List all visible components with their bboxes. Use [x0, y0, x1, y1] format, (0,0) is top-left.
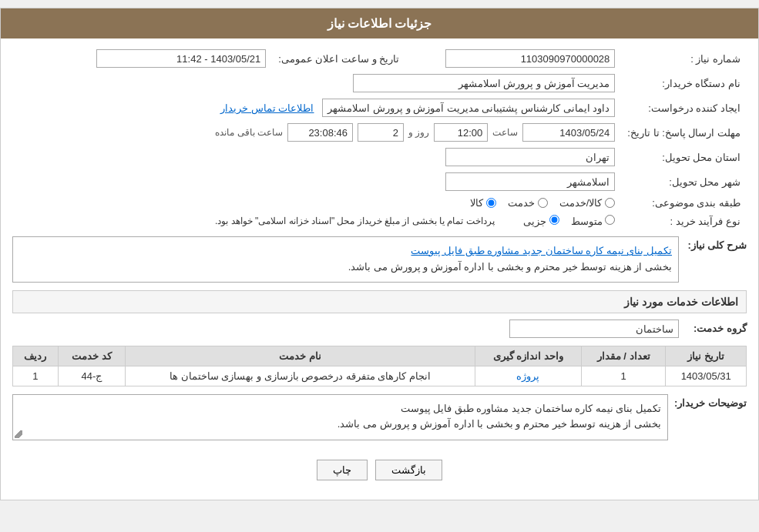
creator-contact-link[interactable]: اطلاعات تماس خریدار — [220, 102, 314, 114]
category-goods-option[interactable]: کالا — [470, 197, 496, 209]
deadline-label: مهلت ارسال پاسخ: تا تاریخ: — [621, 120, 747, 145]
process-medium-option[interactable]: متوسط — [571, 215, 616, 227]
need-desc-line2: بخشی از هزینه توسط خیر محترم و بخشی با ا… — [19, 259, 672, 276]
deadline-remaining: 23:08:46 — [287, 123, 353, 142]
cell-unit: پروژه — [475, 366, 581, 386]
city-label: شهر محل تحویل: — [621, 169, 747, 194]
print-button[interactable]: چاپ — [317, 460, 368, 480]
need-desc-link[interactable]: تکمیل بنای نیمه کاره ساختمان جدید مشاوره… — [411, 245, 672, 256]
buyer-org-label: نام دستگاه خریدار: — [621, 71, 747, 95]
deadline-days: 2 — [358, 123, 404, 142]
back-button[interactable]: بازگشت — [375, 460, 442, 480]
services-table: تاریخ نیاز تعداد / مقدار واحد اندازه گیر… — [12, 346, 747, 386]
table-row: 1403/05/31 1 پروژه انجام کارهای متفرقه د… — [13, 366, 747, 386]
category-label: طبقه بندی موضوعی: — [621, 194, 747, 212]
announce-label: تاریخ و ساعت اعلان عمومی: — [272, 46, 405, 71]
need-desc-label: شرح کلی نیاز: — [685, 236, 747, 251]
page-title: جزئیات اطلاعات نیاز — [1, 8, 758, 38]
col-quantity: تعداد / مقدار — [581, 346, 665, 366]
cell-quantity: 1 — [581, 366, 665, 386]
province-value: تهران — [445, 148, 615, 166]
cell-need-date: 1403/05/31 — [666, 366, 747, 386]
category-service-option[interactable]: خدمت — [508, 197, 548, 209]
buyer-org-value: مدیریت آموزش و پرورش اسلامشهر — [353, 74, 615, 92]
process-type-label: نوع فرآیند خرید : — [621, 212, 747, 230]
buyer-desc-label: توضیحات خریدار: — [674, 394, 747, 409]
col-service-code: کد خدمت — [58, 346, 125, 366]
city-value: اسلامشهر — [445, 172, 615, 191]
deadline-time-label: ساعت — [492, 127, 518, 138]
col-service-name: نام خدمت — [126, 346, 475, 366]
creator-label: ایجاد کننده درخواست: — [621, 95, 747, 120]
deadline-remaining-label: ساعت باقی مانده — [215, 127, 283, 138]
buyer-desc-line2: بخشی از هزینه توسط خیر محترم و بخشی با ا… — [19, 417, 661, 433]
need-desc-line1: تکمیل بنای نیمه کاره ساختمان جدید مشاوره… — [19, 243, 672, 259]
category-goods-service-option[interactable]: کالا/خدمت — [559, 197, 616, 209]
need-number-label: شماره نیاز : — [621, 46, 747, 71]
deadline-date: 1403/05/24 — [522, 123, 615, 142]
cell-service-name: انجام کارهای متفرقه درخصوص بازسازی و بهس… — [126, 366, 475, 386]
group-service-value: ساختمان — [509, 320, 679, 338]
col-row-num: ردیف — [13, 346, 59, 366]
deadline-time: 12:00 — [434, 123, 488, 142]
cell-service-code: ج-44 — [58, 366, 125, 386]
bottom-buttons: بازگشت چاپ — [12, 448, 747, 492]
deadline-days-label: روز و — [408, 127, 429, 138]
creator-value: داود ایمانی کارشناس پشتیبانی مدیریت آموز… — [322, 99, 615, 117]
province-label: استان محل تحویل: — [621, 145, 747, 169]
need-number-value: 1103090970000028 — [445, 49, 615, 68]
resize-handle — [15, 430, 22, 438]
col-need-date: تاریخ نیاز — [666, 346, 747, 366]
buyer-desc-box: تکمیل بنای نیمه کاره ساختمان جدید مشاوره… — [12, 394, 668, 440]
announce-value: 1403/05/21 - 11:42 — [96, 49, 266, 68]
need-desc-box: تکمیل بنای نیمه کاره ساختمان جدید مشاوره… — [12, 236, 679, 283]
buyer-desc-line1: تکمیل بنای نیمه کاره ساختمان جدید مشاوره… — [19, 401, 661, 417]
cell-row-num: 1 — [13, 366, 59, 386]
col-unit: واحد اندازه گیری — [475, 346, 581, 366]
process-note: پرداخت تمام یا بخشی از مبلغ خریداز محل "… — [215, 216, 495, 226]
services-section-title: اطلاعات خدمات مورد نیاز — [12, 290, 747, 313]
group-service-label: گروه خدمت: — [685, 323, 747, 334]
process-partial-option[interactable]: جزیی — [523, 215, 559, 227]
